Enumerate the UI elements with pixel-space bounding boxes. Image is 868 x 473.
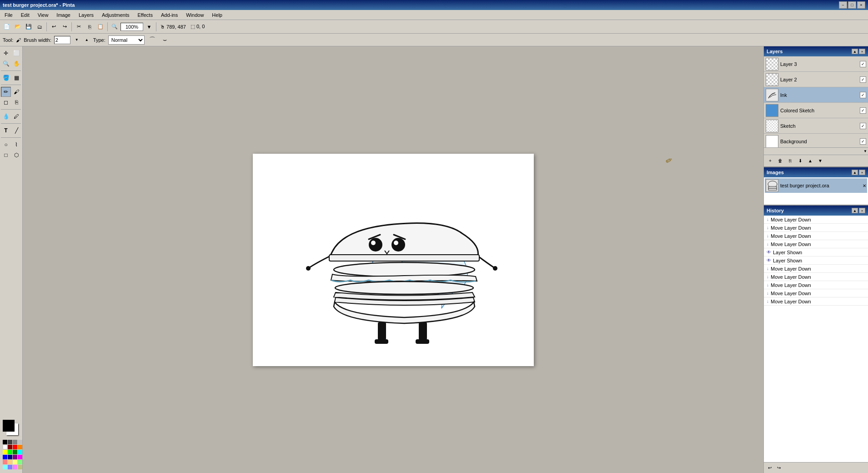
canvas-area[interactable]: You'll Never Find The Formula — [23, 46, 763, 473]
history-undo-button[interactable]: ↩ — [766, 464, 774, 472]
layer-visible-sketch[interactable]: ✓ — [860, 123, 866, 129]
history-item-5[interactable]: 👁 Layer Shown — [764, 257, 868, 265]
cut-button[interactable]: ✂ — [74, 22, 84, 32]
pencil-tool-button[interactable]: ✏ — [1, 87, 11, 97]
scroll-down-arrow[interactable]: ▼ — [863, 149, 867, 153]
move-tool-button[interactable]: ✛ — [1, 48, 11, 58]
layer-visible-layer3[interactable]: ✓ — [860, 61, 866, 67]
history-item-10[interactable]: ↓ Move Layer Down — [764, 297, 868, 306]
redo-button[interactable]: ↪ — [60, 22, 70, 32]
layer-visible-background[interactable]: ✓ — [860, 138, 866, 145]
palette-darkgray[interactable] — [8, 440, 12, 444]
blend-mode-select[interactable]: Normal Multiply Screen Overlay — [108, 35, 145, 45]
layers-panel-expand[interactable]: ▲ — [852, 49, 858, 54]
images-panel-close[interactable]: × — [859, 170, 865, 175]
history-item-0[interactable]: ↓ Move Layer Down — [764, 216, 868, 224]
image-item-burger[interactable]: test burger project.ora ✕ — [765, 178, 867, 193]
layer-item-coloredsketch[interactable]: Colored Sketch ✓ — [764, 103, 868, 118]
palette-lightgray[interactable] — [18, 440, 22, 444]
curve-option2-button[interactable]: ⌣ — [160, 35, 170, 45]
foreground-color-swatch[interactable] — [3, 420, 15, 432]
brush-tool-button[interactable]: 🖌 — [11, 87, 21, 97]
images-panel-expand[interactable]: ▲ — [852, 170, 858, 175]
menu-addins[interactable]: Add-ins — [158, 11, 181, 19]
layers-list[interactable]: Layer 3 ✓ Layer 2 ✓ Ink ✓ — [764, 56, 868, 147]
menu-edit[interactable]: Edit — [18, 11, 32, 19]
text-tool-button[interactable]: T — [1, 126, 11, 136]
freeform-select-button[interactable]: ⌇ — [11, 140, 21, 150]
select-rect-tool-button[interactable]: ⬜ — [11, 48, 21, 58]
zoom-in-button[interactable]: 🔍 — [110, 22, 120, 32]
layer-duplicate-button[interactable]: ⎘ — [786, 156, 795, 166]
gradient-tool-button[interactable]: ▦ — [11, 73, 21, 83]
palette-lightyellow[interactable] — [13, 460, 17, 464]
history-item-7[interactable]: ↓ Move Layer Down — [764, 273, 868, 281]
menu-file[interactable]: File — [2, 11, 15, 19]
undo-button[interactable]: ↩ — [49, 22, 59, 32]
brush-width-input[interactable] — [54, 36, 70, 44]
eraser-tool-button[interactable]: ◻ — [1, 97, 11, 107]
palette-gray[interactable] — [13, 440, 17, 444]
menu-effects[interactable]: Effects — [135, 11, 156, 19]
layer-item-sketch[interactable]: Sketch ✓ — [764, 118, 868, 134]
palette-lightpink[interactable] — [3, 460, 7, 464]
history-panel-expand[interactable]: ▲ — [852, 208, 858, 213]
palette-white[interactable] — [3, 445, 7, 449]
copy-button[interactable]: ⎘ — [85, 22, 95, 32]
ellipse-tool-button[interactable]: ○ — [1, 140, 11, 150]
minimize-button[interactable]: − — [839, 1, 847, 9]
palette-black[interactable] — [3, 440, 7, 444]
history-item-4[interactable]: 👁 Layer Shown — [764, 248, 868, 257]
layer-merge-button[interactable]: ⬇ — [796, 156, 805, 166]
new-button[interactable]: 📄 — [2, 22, 12, 32]
palette-purple[interactable] — [13, 455, 17, 459]
palette-lightmagenta[interactable] — [13, 465, 17, 469]
history-item-3[interactable]: ↓ Move Layer Down — [764, 240, 868, 248]
history-list[interactable]: ↓ Move Layer Down ↓ Move Layer Down ↓ Mo… — [764, 216, 868, 462]
palette-cyan[interactable] — [18, 450, 22, 454]
menu-adjustments[interactable]: Adjustments — [99, 11, 132, 19]
palette-navy[interactable] — [8, 455, 12, 459]
menu-image[interactable]: Image — [54, 11, 73, 19]
palette-peach[interactable] — [8, 460, 12, 464]
history-panel-close[interactable]: × — [859, 208, 865, 213]
palette-red[interactable] — [13, 445, 17, 449]
palette-lime[interactable] — [8, 450, 12, 454]
menu-layers[interactable]: Layers — [76, 11, 96, 19]
palette-yellow[interactable] — [3, 450, 7, 454]
menu-window[interactable]: Window — [183, 11, 206, 19]
history-item-1[interactable]: ↓ Move Layer Down — [764, 224, 868, 232]
palette-olive[interactable] — [18, 465, 22, 469]
palette-lightblue[interactable] — [8, 465, 12, 469]
palette-blue[interactable] — [3, 455, 7, 459]
brush-width-decrement[interactable]: ▼ — [73, 36, 80, 44]
save-all-button[interactable]: 🗂 — [35, 22, 45, 32]
brush-width-increment[interactable]: ▲ — [83, 36, 90, 44]
eyedropper-tool-button[interactable]: 💧 — [1, 111, 11, 121]
recolor-tool-button[interactable]: 🖊 — [11, 111, 21, 121]
layer-visible-ink[interactable]: ✓ — [860, 92, 866, 98]
paste-button[interactable]: 📋 — [95, 22, 105, 32]
layer-delete-button[interactable]: 🗑 — [776, 156, 785, 166]
paint-bucket-tool-button[interactable]: 🪣 — [1, 73, 11, 83]
layer-visible-layer2[interactable]: ✓ — [860, 76, 866, 83]
pan-tool-button[interactable]: ✋ — [11, 59, 21, 69]
images-list[interactable]: test burger project.ora ✕ — [764, 177, 868, 205]
save-button[interactable]: 💾 — [24, 22, 34, 32]
layer-item-ink[interactable]: Ink ✓ — [764, 87, 868, 103]
layer-visible-coloredsketch[interactable]: ✓ — [860, 107, 866, 114]
palette-lightgreen[interactable] — [18, 460, 22, 464]
palette-lightcyan[interactable] — [3, 465, 7, 469]
palette-darkred[interactable] — [8, 445, 12, 449]
layer-item-background[interactable]: Background ✓ — [764, 134, 868, 147]
palette-green[interactable] — [13, 450, 17, 454]
history-item-6[interactable]: ↓ Move Layer Down — [764, 265, 868, 273]
history-item-2[interactable]: ↓ Move Layer Down — [764, 232, 868, 240]
open-button[interactable]: 📂 — [13, 22, 23, 32]
maximize-button[interactable]: □ — [848, 1, 856, 9]
zoom-dropdown-button[interactable]: ▼ — [144, 22, 154, 32]
close-button[interactable]: × — [857, 1, 865, 9]
layer-add-button[interactable]: + — [766, 156, 775, 166]
layer-moveup-button[interactable]: ▲ — [806, 156, 815, 166]
poly-shape-button[interactable]: ⬡ — [11, 150, 21, 160]
